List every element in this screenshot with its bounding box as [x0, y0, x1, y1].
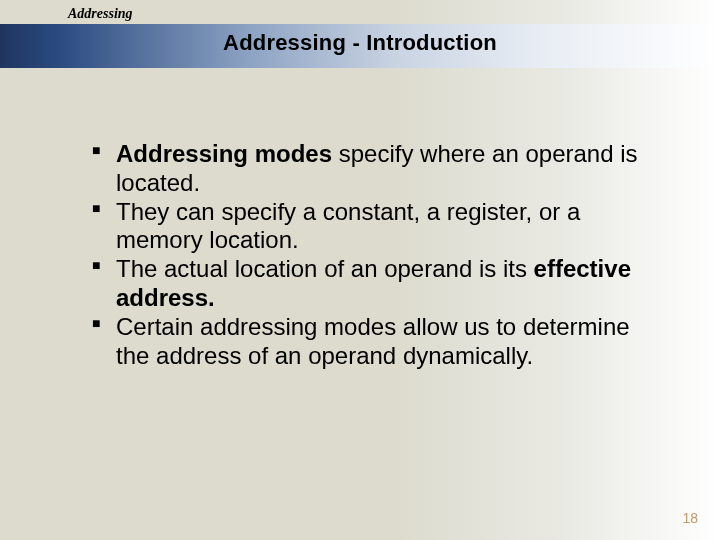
topic-label: Addressing	[68, 6, 133, 22]
slide: Addressing Addressing - Introduction Add…	[0, 0, 720, 540]
list-item: Certain addressing modes allow us to det…	[92, 313, 652, 371]
slide-title: Addressing - Introduction	[0, 30, 720, 56]
bold-term: Addressing modes	[116, 140, 332, 167]
text-run: They can specify a constant, a register,…	[116, 198, 580, 254]
page-number: 18	[682, 510, 698, 526]
content-area: Addressing modes specify where an operan…	[92, 140, 652, 370]
text-run: The actual location of an operand is its	[116, 255, 534, 282]
text-run: Certain addressing modes allow us to det…	[116, 313, 630, 369]
list-item: They can specify a constant, a register,…	[92, 198, 652, 256]
list-item: Addressing modes specify where an operan…	[92, 140, 652, 198]
bullet-list: Addressing modes specify where an operan…	[92, 140, 652, 370]
list-item: The actual location of an operand is its…	[92, 255, 652, 313]
